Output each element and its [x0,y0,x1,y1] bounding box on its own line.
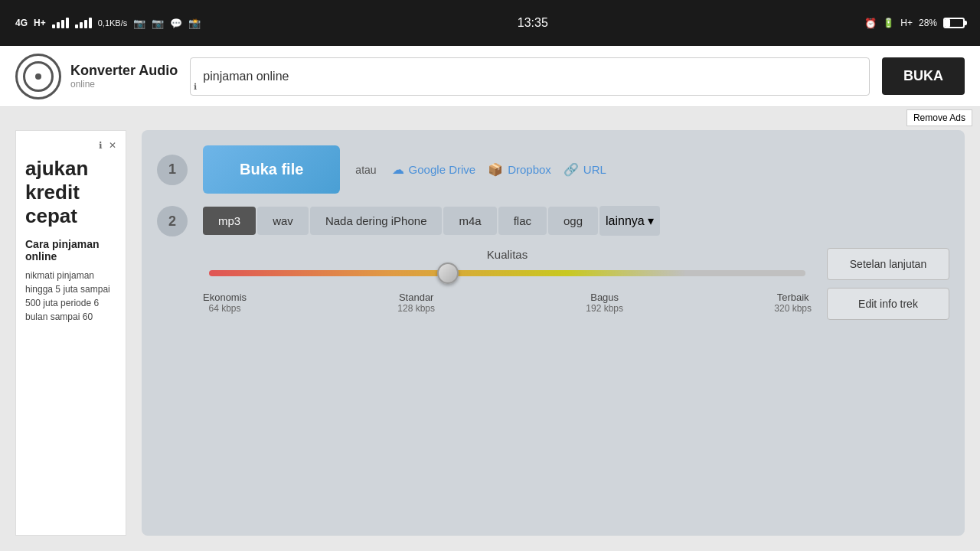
terbaik-name: Terbaik [774,292,812,303]
format-tab-nada[interactable]: Nada dering iPhone [310,207,443,235]
quality-marker-ekonomis: Ekonomis 64 kbps [203,292,247,314]
slider-container [203,270,812,276]
logo-dot [35,73,41,80]
camera-icon: 📷 [133,18,145,29]
dropbox-icon: 📦 [488,162,503,177]
cloud-links: ☁ Google Drive 📦 Dropbox 🔗 URL [392,162,606,177]
photo-icon: 📸 [188,18,201,29]
sidebar-ad-title: ajukan kredit cepat [25,157,116,229]
app-logo [15,54,61,99]
body-layout: ℹ ✕ ajukan kredit cepat Cara pinjaman on… [0,107,980,551]
atau-text: atau [355,164,376,176]
lainnya-label: lainnya [606,214,645,228]
format-tabs: mp3 wav Nada dering iPhone m4a flac ogg … [203,206,949,236]
standar-name: Standar [397,292,435,303]
logo-container: Konverter Audio online [15,54,178,99]
ad-bar: Konverter Audio online pinjaman online ℹ… [0,46,980,107]
remove-ads-button[interactable]: Remove Ads [906,109,972,126]
step2-row: 2 mp3 wav Nada dering iPhone m4a flac og… [157,206,949,320]
bagus-name: Bagus [586,292,623,303]
standar-kbps: 128 kbps [397,303,435,314]
side-buttons: Setelan lanjutan Edit info trek [827,248,949,320]
quality-label: Kualitas [203,248,812,261]
ad-close-icon[interactable]: ✕ [109,140,116,151]
status-right: ⏰ 🔋 H+ 28% [864,18,965,29]
data-speed: 0,1KB/s [98,18,128,28]
quality-main: Kualitas Ekonomis 64 kbps [203,248,812,314]
quality-marker-terbaik: Terbaik 320 kbps [774,292,812,314]
slider-thumb[interactable] [437,262,459,284]
bagus-kbps: 192 kbps [586,303,623,314]
ad-input: pinjaman online ℹ [190,57,870,96]
messenger-icon: 💬 [170,18,182,29]
quality-marker-bagus: Bagus 192 kbps [586,292,623,314]
converter-area: 1 Buka file atau ☁ Google Drive 📦 Dropbo… [142,130,965,536]
google-drive-icon: ☁ [392,162,404,177]
terbaik-kbps: 320 kbps [774,303,812,314]
status-bar: 4G H+ 0,1KB/s 📷 📷 💬 📸 13:35 ⏰ 🔋 H+ 28% [0,0,980,46]
buka-file-button[interactable]: Buka file [203,145,340,194]
ad-text: pinjaman online [203,70,289,83]
ekonomis-kbps: 64 kbps [203,303,247,314]
format-tab-flac[interactable]: flac [498,207,547,235]
main-content: Konverter Audio online pinjaman online ℹ… [0,46,980,551]
signal-icon-2 [75,18,92,28]
battery-saver-icon: 🔋 [883,18,894,28]
url-label: URL [583,163,606,176]
sidebar-ad: ℹ ✕ ajukan kredit cepat Cara pinjaman on… [15,130,126,536]
info-icon: ℹ [194,82,197,92]
format-tab-m4a[interactable]: m4a [443,207,496,235]
app-subtitle: online [70,79,178,90]
format-tab-ogg[interactable]: ogg [548,207,598,235]
buka-button[interactable]: BUKA [882,57,965,95]
signal-icon [52,18,69,28]
network2-indicator: H+ [34,18,46,28]
dropbox-link[interactable]: 📦 Dropbox [488,162,551,177]
instagram-icon: 📷 [152,18,164,29]
dropbox-label: Dropbox [508,163,551,176]
setelan-lanjutan-button[interactable]: Setelan lanjutan [827,248,949,280]
slider-track [209,270,805,276]
battery-bar [943,18,965,28]
google-drive-link[interactable]: ☁ Google Drive [392,162,476,177]
format-tab-wav[interactable]: wav [257,207,309,235]
step2-number: 2 [157,206,188,236]
sidebar-ad-text: nikmati pinjaman hingga 5 juta sampai 50… [25,269,116,324]
format-tab-mp3[interactable]: mp3 [203,207,256,235]
quality-marker-standar: Standar 128 kbps [397,292,435,314]
step2-content: mp3 wav Nada dering iPhone m4a flac ogg … [203,206,949,320]
sidebar-ad-header: ℹ ✕ [25,140,116,151]
url-icon: 🔗 [564,162,579,177]
quality-section: Kualitas Ekonomis 64 kbps [203,248,949,320]
ekonomis-name: Ekonomis [203,292,247,303]
ad-info-icon[interactable]: ℹ [99,140,103,151]
sidebar-ad-subtitle: Cara pinjaman online [25,238,116,262]
format-dropdown[interactable]: lainnya ▾ [599,206,660,236]
signal-icon-right: H+ [900,18,913,28]
battery-percent: 28% [919,18,937,28]
chevron-down-icon: ▾ [648,214,654,228]
app-name: Konverter Audio [70,63,178,79]
status-left: 4G H+ 0,1KB/s 📷 📷 💬 📸 [15,18,201,29]
logo-inner [23,61,54,92]
edit-info-trek-button[interactable]: Edit info trek [827,288,949,320]
google-drive-label: Google Drive [409,163,476,176]
network-indicator: 4G [15,18,28,28]
quality-markers: Ekonomis 64 kbps Standar 128 kbps Bagus … [203,292,812,314]
alarm-icon: ⏰ [864,18,877,29]
url-link[interactable]: 🔗 URL [564,162,606,177]
app-name-group: Konverter Audio online [70,63,178,90]
status-time: 13:35 [518,16,548,30]
step1-row: 1 Buka file atau ☁ Google Drive 📦 Dropbo… [157,145,949,194]
battery-fill [945,19,950,27]
step1-number: 1 [157,155,188,185]
